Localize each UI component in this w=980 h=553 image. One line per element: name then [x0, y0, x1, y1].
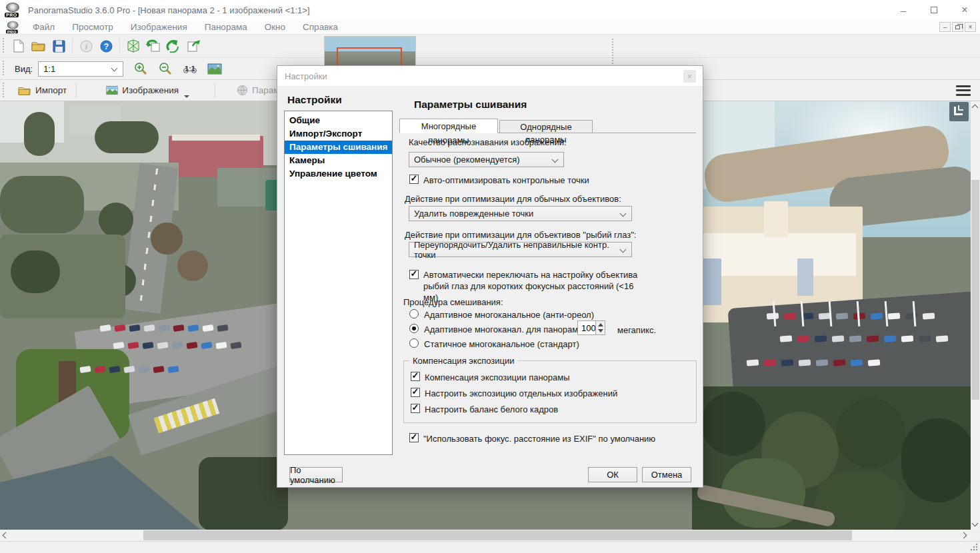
horizontal-scrollbar-thumb[interactable]: [143, 530, 852, 540]
chevron-down-icon: [111, 65, 118, 71]
toolbar-main: i ?: [0, 35, 980, 58]
photo-shape: [764, 359, 777, 366]
menu-view[interactable]: Просмотр: [72, 22, 113, 32]
photo-shape: [867, 335, 879, 342]
sidebar-heading: Настройки: [287, 94, 342, 106]
photo-shape: [919, 335, 931, 342]
normal-lens-combobox[interactable]: Удалить поврежденные точки: [409, 206, 632, 221]
photo-shape: [172, 135, 260, 141]
resize-grip[interactable]: [970, 543, 978, 551]
category-color-management[interactable]: Управление цветом: [285, 167, 392, 181]
app-icon: PRO: [5, 3, 22, 17]
info-button[interactable]: i: [77, 37, 95, 55]
scroll-left-icon[interactable]: [3, 532, 9, 539]
rotate-right-button[interactable]: [164, 37, 183, 55]
menu-help[interactable]: Справка: [303, 22, 338, 32]
spinner-buttons[interactable]: [595, 321, 605, 334]
detect-panorama-button[interactable]: [124, 37, 143, 55]
menu-window[interactable]: Окно: [265, 22, 285, 32]
toolbar-grip[interactable]: [2, 61, 5, 77]
rotate-left-button[interactable]: [144, 37, 163, 55]
auto-switch-fisheye-checkbox[interactable]: ✓: [409, 270, 419, 279]
category-general[interactable]: Общие: [285, 114, 392, 127]
window-titlebar: PRO PanoramaStudio 3.6.0 Pro - [Новая па…: [0, 0, 980, 20]
document-icon: PRO: [6, 21, 21, 33]
open-project-button[interactable]: [29, 37, 48, 55]
mdi-restore-button[interactable]: [952, 22, 963, 32]
fit-to-window-button[interactable]: [205, 60, 224, 77]
menu-file[interactable]: Файл: [33, 22, 55, 32]
megapixels-spinner[interactable]: 100: [577, 320, 605, 335]
radio-adaptive-limit[interactable]: [409, 324, 419, 333]
zoom-level-combobox[interactable]: 1:1: [38, 61, 123, 77]
photo-shape: [701, 259, 721, 305]
radio-adaptive[interactable]: [409, 309, 419, 318]
scroll-up-icon[interactable]: [972, 105, 979, 111]
scroll-right-icon[interactable]: [961, 532, 967, 539]
hamburger-menu-button[interactable]: [956, 85, 971, 96]
scrollbar-corner: [971, 530, 980, 541]
toolbar-grip[interactable]: [2, 83, 5, 99]
maximize-button[interactable]: [919, 0, 949, 20]
zoom-in-button[interactable]: [131, 60, 150, 77]
quality-combobox[interactable]: Обычное (рекомендуется): [409, 152, 564, 167]
spin-down-icon[interactable]: [598, 329, 603, 332]
menu-images[interactable]: Изображения: [131, 22, 187, 32]
export-button[interactable]: [184, 37, 203, 55]
dialog-titlebar[interactable]: Настройки: [277, 66, 703, 86]
zoom-100-button[interactable]: 1:1: [181, 60, 199, 77]
menu-panorama[interactable]: Панорама: [205, 22, 247, 32]
photo-shape: [871, 312, 883, 319]
close-button[interactable]: ×: [949, 0, 980, 20]
white-balance-checkbox[interactable]: ✓: [411, 404, 420, 413]
mdi-close-button[interactable]: ×: [965, 22, 976, 32]
spin-up-icon[interactable]: [598, 323, 603, 326]
exposure-pano-checkbox[interactable]: ✓: [411, 372, 420, 381]
cancel-button[interactable]: Отмена: [642, 467, 691, 482]
restore-icon: [955, 25, 960, 29]
ok-button[interactable]: ОК: [588, 467, 637, 482]
tab-import[interactable]: Импорт: [9, 80, 76, 101]
settings-dialog: Настройки × Настройки Общие Импорт/Экспо…: [277, 65, 703, 488]
normal-lens-value: Удалить поврежденные точки: [414, 209, 533, 219]
photo-shape: [797, 259, 813, 296]
exposure-individual-checkbox[interactable]: ✓: [411, 388, 420, 397]
toolbar-grip[interactable]: [2, 38, 5, 54]
photo-shape: [888, 312, 901, 319]
scroll-down-icon[interactable]: [972, 520, 979, 527]
tab-singlerow-panoramas[interactable]: Однорядные панорамы: [499, 120, 593, 133]
chevron-down-icon: [552, 157, 559, 163]
tab-images[interactable]: Изображения: [97, 80, 199, 101]
category-import-export[interactable]: Импорт/Экспорт: [285, 127, 392, 141]
zoom-level-value: 1:1: [43, 64, 55, 74]
minimize-button[interactable]: –: [888, 0, 919, 20]
radio-adaptive-limit-label: Адаптивное многоканал. для панорам до: [424, 324, 591, 334]
gear-sphere-icon: [237, 85, 248, 96]
toolbar-separator: [72, 38, 73, 54]
category-cameras[interactable]: Камеры: [285, 154, 392, 167]
photo-shape: [764, 201, 788, 237]
vertical-scrollbar-thumb[interactable]: [971, 180, 979, 400]
help-button[interactable]: ?: [97, 37, 115, 55]
photo-shape: [151, 223, 183, 255]
photo-shape: [701, 392, 765, 456]
defaults-button[interactable]: По умолчанию: [289, 467, 343, 482]
dialog-close-button[interactable]: ×: [683, 70, 696, 83]
exif-focal-checkbox[interactable]: ✓: [409, 433, 419, 442]
photo-shape: [851, 359, 863, 366]
zoom-out-button[interactable]: [156, 60, 175, 77]
radio-static[interactable]: [409, 338, 419, 348]
photo-shape: [936, 335, 949, 342]
new-project-button[interactable]: [9, 37, 28, 55]
radio-adaptive-label: Адаптивное многоканальное (анти-ореол): [424, 310, 594, 320]
fisheye-combobox[interactable]: Переупорядочить/Удалить неправильные кон…: [409, 242, 632, 257]
tab-multirow-panoramas[interactable]: Многорядные панорамы: [399, 119, 498, 133]
mdi-minimize-button[interactable]: –: [939, 22, 951, 32]
auto-optimize-checkbox[interactable]: ✓: [409, 175, 419, 184]
category-stitching[interactable]: Параметры сшивания: [285, 141, 392, 154]
save-button[interactable]: [49, 37, 68, 55]
layout-corner-badge[interactable]: [949, 102, 969, 121]
chevron-down-icon[interactable]: [184, 95, 189, 98]
page-title: Параметры сшивания: [414, 99, 527, 111]
settings-category-list[interactable]: Общие Импорт/Экспорт Параметры сшивания …: [284, 111, 393, 455]
